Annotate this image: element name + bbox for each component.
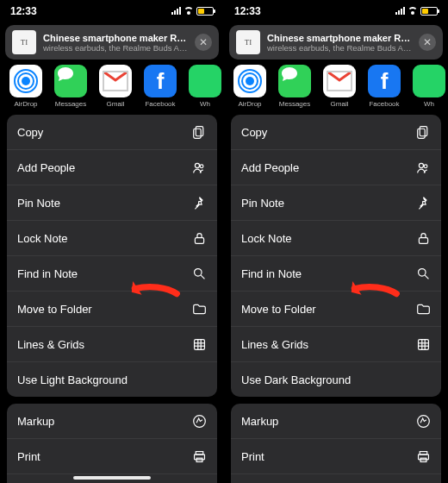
action-row[interactable]: Lock Note bbox=[231, 221, 441, 256]
action-label: Use Light Background bbox=[17, 373, 128, 386]
share-app-wa[interactable]: Wh bbox=[183, 65, 224, 108]
grid-icon bbox=[415, 336, 431, 352]
action-label: Pin Note bbox=[17, 197, 60, 210]
action-row[interactable]: Move to Folder bbox=[231, 292, 441, 327]
actions-group-secondary: Markup Print Save Image Assign to Contac… bbox=[231, 404, 441, 483]
share-app-label: Messages bbox=[279, 100, 310, 108]
share-app-label: Facebook bbox=[369, 100, 399, 108]
banner-close-button[interactable]: ✕ bbox=[195, 34, 212, 51]
actions-sheet[interactable]: Copy Add People Pin Note Lock Note Find … bbox=[224, 115, 448, 483]
banner-thumbnail: TI bbox=[12, 30, 36, 54]
action-label: Print bbox=[241, 450, 264, 463]
share-content-banner: TI Chinese smartphone maker Realme wi… w… bbox=[5, 25, 219, 60]
action-row[interactable]: Pin Note bbox=[231, 185, 441, 221]
share-app-messages[interactable]: Messages bbox=[272, 65, 317, 108]
share-app-airdrop[interactable]: AirDrop bbox=[3, 65, 48, 108]
gmail-icon bbox=[99, 65, 132, 97]
actions-group-main: Copy Add People Pin Note Lock Note Find … bbox=[7, 115, 217, 397]
print-icon bbox=[191, 448, 207, 464]
actions-sheet[interactable]: Copy Add People Pin Note Lock Note Find … bbox=[0, 115, 224, 483]
copy-icon bbox=[191, 124, 207, 140]
home-indicator[interactable] bbox=[73, 476, 151, 480]
wa-icon bbox=[189, 65, 221, 97]
share-app-messages[interactable]: Messages bbox=[48, 65, 93, 108]
action-row[interactable]: Copy bbox=[7, 115, 217, 150]
action-row[interactable]: Add People bbox=[7, 150, 217, 185]
action-row[interactable]: Move to Folder bbox=[7, 292, 217, 327]
pin-icon bbox=[191, 195, 207, 210]
action-row[interactable]: Lines & Grids bbox=[7, 327, 217, 362]
action-row[interactable]: Lock Note bbox=[7, 221, 217, 256]
action-row[interactable]: Copy bbox=[231, 115, 441, 150]
status-time: 12:33 bbox=[234, 5, 261, 17]
action-label: Add People bbox=[17, 161, 75, 174]
action-row[interactable]: Save Image bbox=[231, 474, 441, 483]
action-label: Find in Note bbox=[17, 267, 78, 280]
action-row[interactable]: Markup bbox=[7, 404, 217, 439]
status-time: 12:33 bbox=[10, 5, 37, 17]
action-label: Lines & Grids bbox=[17, 338, 84, 351]
action-label: Pin Note bbox=[241, 197, 284, 210]
lock-icon bbox=[415, 230, 431, 246]
share-app-label: Wh bbox=[200, 100, 210, 108]
action-row[interactable]: Add People bbox=[231, 150, 441, 185]
share-app-facebook[interactable]: Facebook bbox=[138, 65, 183, 108]
action-label: Add People bbox=[241, 161, 299, 174]
action-label: Lines & Grids bbox=[241, 338, 308, 351]
status-bar: 12:33 bbox=[224, 0, 448, 22]
battery-icon bbox=[196, 7, 214, 16]
action-label: Print bbox=[17, 450, 40, 463]
action-row[interactable]: Print bbox=[7, 439, 217, 474]
action-row[interactable]: Print bbox=[231, 439, 441, 474]
pin-icon bbox=[415, 195, 431, 210]
banner-subtitle: wireless earbuds, the Realme Buds Air, o… bbox=[267, 43, 412, 53]
action-row[interactable]: Find in Note bbox=[7, 256, 217, 292]
airdrop-icon bbox=[233, 65, 266, 97]
banner-close-button[interactable]: ✕ bbox=[419, 34, 436, 51]
messages-icon bbox=[54, 65, 87, 97]
gmail-icon bbox=[323, 65, 356, 97]
battery-icon bbox=[420, 7, 438, 16]
action-label: Lock Note bbox=[241, 232, 292, 245]
cell-signal-icon bbox=[395, 7, 405, 15]
share-app-gmail[interactable]: Gmail bbox=[93, 65, 138, 108]
share-app-facebook[interactable]: Facebook bbox=[362, 65, 407, 108]
banner-thumbnail: TI bbox=[236, 30, 260, 54]
action-label: Markup bbox=[241, 415, 278, 428]
phone-left: 12:33 TI Chinese smartphone maker Realme… bbox=[0, 0, 224, 483]
share-app-label: Gmail bbox=[331, 100, 349, 108]
action-row[interactable]: Markup bbox=[231, 404, 441, 439]
action-row[interactable]: Pin Note bbox=[7, 185, 217, 221]
action-row-background[interactable]: Use Dark Background bbox=[231, 362, 441, 397]
share-app-label: Wh bbox=[424, 100, 434, 108]
banner-title: Chinese smartphone maker Realme wi… bbox=[267, 33, 412, 43]
action-label: Copy bbox=[241, 126, 267, 139]
share-app-label: AirDrop bbox=[14, 100, 37, 108]
banner-title: Chinese smartphone maker Realme wi… bbox=[43, 33, 188, 43]
action-label: Markup bbox=[17, 415, 54, 428]
folder-icon bbox=[191, 301, 207, 317]
action-row-background[interactable]: Use Light Background bbox=[7, 362, 217, 397]
actions-group-secondary: Markup Print Save Image Assign to Contac… bbox=[7, 404, 217, 483]
share-app-label: Facebook bbox=[145, 100, 175, 108]
print-icon bbox=[415, 448, 431, 464]
cell-signal-icon bbox=[171, 7, 181, 15]
facebook-icon bbox=[144, 65, 177, 97]
share-app-gmail[interactable]: Gmail bbox=[317, 65, 362, 108]
search-icon bbox=[415, 266, 431, 281]
action-label: Move to Folder bbox=[17, 303, 92, 316]
share-apps-row[interactable]: AirDrop Messages Gmail Facebook Wh bbox=[0, 65, 224, 115]
markup-icon bbox=[191, 413, 207, 429]
search-icon bbox=[191, 266, 207, 281]
action-row[interactable]: Lines & Grids bbox=[231, 327, 441, 362]
share-apps-row[interactable]: AirDrop Messages Gmail Facebook Wh bbox=[224, 65, 448, 115]
action-label: Copy bbox=[17, 126, 43, 139]
grid-icon bbox=[191, 336, 207, 352]
action-label: Use Dark Background bbox=[241, 373, 351, 386]
share-app-airdrop[interactable]: AirDrop bbox=[227, 65, 272, 108]
share-app-wa[interactable]: Wh bbox=[407, 65, 448, 108]
actions-group-main: Copy Add People Pin Note Lock Note Find … bbox=[231, 115, 441, 397]
banner-subtitle: wireless earbuds, the Realme Buds Air, o… bbox=[43, 43, 188, 53]
action-row[interactable]: Find in Note bbox=[231, 256, 441, 292]
lock-icon bbox=[191, 230, 207, 246]
